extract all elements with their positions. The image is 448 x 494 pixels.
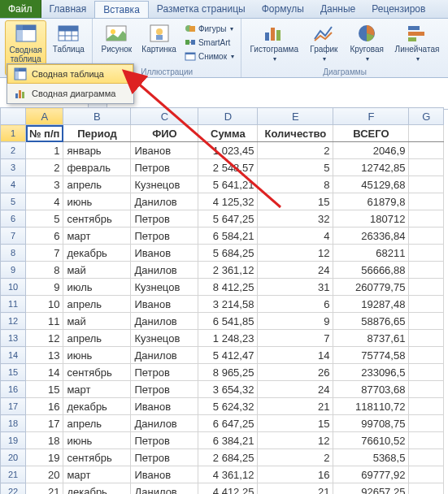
cell[interactable]: 12 — [26, 330, 63, 347]
row-header-19[interactable]: 19 — [1, 432, 26, 449]
cell[interactable]: 68211 — [333, 245, 409, 262]
row-header-15[interactable]: 15 — [1, 364, 26, 381]
row-header-21[interactable]: 21 — [1, 466, 26, 483]
cell[interactable]: 19287,48 — [333, 296, 409, 313]
formula-input[interactable]: № п/п — [107, 93, 448, 109]
menu-item-pivot-chart[interactable]: Сводная диаграмма — [7, 84, 133, 103]
cell[interactable] — [409, 296, 444, 313]
cell[interactable]: 4 361,12 — [198, 466, 258, 483]
cell[interactable]: 8 — [258, 176, 333, 193]
cell[interactable]: 14 — [26, 364, 63, 381]
cell[interactable]: 21 — [258, 398, 333, 415]
cell[interactable]: февраль — [63, 159, 131, 176]
cell[interactable] — [409, 364, 444, 381]
bar-chart-button[interactable]: Линейчатая▾ — [391, 20, 443, 67]
cell[interactable]: 5368,5 — [333, 449, 409, 466]
cell[interactable]: 15 — [26, 381, 63, 398]
cell[interactable] — [409, 449, 444, 466]
cell[interactable] — [409, 279, 444, 296]
cell[interactable]: Данилов — [131, 415, 198, 432]
cell[interactable]: 5 — [26, 210, 63, 228]
row-header-20[interactable]: 20 — [1, 449, 26, 466]
cell[interactable]: 2 — [258, 142, 333, 159]
cell[interactable] — [409, 330, 444, 347]
cell[interactable] — [409, 159, 444, 176]
cell[interactable]: 4 125,32 — [198, 193, 258, 210]
cell[interactable]: Кузнецов — [131, 176, 198, 193]
cell[interactable]: 5 684,25 — [198, 245, 258, 262]
cell[interactable]: 75774,58 — [333, 347, 409, 364]
cell[interactable] — [409, 381, 444, 398]
cell[interactable]: 180712 — [333, 210, 409, 228]
cell[interactable]: 4 — [258, 228, 333, 245]
cell[interactable]: 7 — [26, 245, 63, 262]
select-all-corner[interactable] — [1, 108, 26, 125]
cell[interactable]: 2 — [26, 159, 63, 176]
row-header-9[interactable]: 9 — [1, 262, 26, 279]
cell[interactable]: декабрь — [63, 483, 131, 495]
cell[interactable]: 6 — [26, 228, 63, 245]
cell[interactable]: апрель — [63, 176, 131, 193]
cell[interactable]: 24 — [258, 381, 333, 398]
cell[interactable]: 17 — [26, 415, 63, 432]
col-header-E[interactable]: E — [258, 108, 333, 125]
cell[interactable]: 5 647,25 — [198, 210, 258, 228]
row-header-1[interactable]: 1 — [1, 125, 26, 142]
cell[interactable]: Иванов — [131, 296, 198, 313]
file-menu[interactable]: Файл — [0, 0, 41, 18]
cell[interactable]: Кузнецов — [131, 330, 198, 347]
cell[interactable]: 11 — [26, 313, 63, 330]
cell[interactable]: 9 — [258, 313, 333, 330]
cell[interactable]: 14 — [258, 347, 333, 364]
cell[interactable]: сентябрь — [63, 210, 131, 228]
cell[interactable]: 1 248,23 — [198, 330, 258, 347]
cell[interactable]: 5 641,21 — [198, 176, 258, 193]
row-header-5[interactable]: 5 — [1, 193, 26, 210]
cell[interactable]: Иванов — [131, 466, 198, 483]
cell[interactable]: 9 — [26, 279, 63, 296]
col-header-C[interactable]: C — [131, 108, 198, 125]
cell[interactable]: Данилов — [131, 347, 198, 364]
cell[interactable]: Данилов — [131, 193, 198, 210]
clipart-button[interactable]: Картинка — [138, 20, 180, 67]
cell[interactable]: 31 — [258, 279, 333, 296]
cell[interactable]: Петров — [131, 381, 198, 398]
cell[interactable]: 6 384,21 — [198, 432, 258, 449]
menu-item-pivot-table[interactable]: Сводная таблица — [7, 64, 133, 84]
cell[interactable]: 10 — [26, 296, 63, 313]
cell[interactable]: май — [63, 313, 131, 330]
row-header-4[interactable]: 4 — [1, 176, 26, 193]
cell[interactable]: 118110,72 — [333, 398, 409, 415]
cell[interactable]: 56666,88 — [333, 262, 409, 279]
row-header-17[interactable]: 17 — [1, 398, 26, 415]
header-cell[interactable]: № п/п — [26, 125, 63, 142]
cell[interactable]: март — [63, 381, 131, 398]
col-header-B[interactable]: B — [63, 108, 131, 125]
cell[interactable]: 19 — [26, 449, 63, 466]
cell[interactable] — [409, 262, 444, 279]
cell[interactable]: 12 — [258, 432, 333, 449]
cell[interactable] — [409, 176, 444, 193]
cell[interactable]: 12 — [258, 245, 333, 262]
cell[interactable]: 26 — [258, 364, 333, 381]
cell[interactable] — [409, 347, 444, 364]
histogram-button[interactable]: Гистограмма▾ — [246, 20, 302, 67]
row-header-2[interactable]: 2 — [1, 142, 26, 159]
cell[interactable]: 32 — [258, 210, 333, 228]
cell[interactable]: 2 361,12 — [198, 262, 258, 279]
cell[interactable]: июнь — [63, 347, 131, 364]
col-header-G[interactable]: G — [409, 108, 444, 125]
cell[interactable]: 76610,52 — [333, 432, 409, 449]
row-header-14[interactable]: 14 — [1, 347, 26, 364]
row-header-10[interactable]: 10 — [1, 279, 26, 296]
row-header-18[interactable]: 18 — [1, 415, 26, 432]
cell[interactable] — [409, 245, 444, 262]
cell[interactable]: 2 548,57 — [198, 159, 258, 176]
row-header-11[interactable]: 11 — [1, 296, 26, 313]
cell[interactable]: январь — [63, 142, 131, 159]
col-header-A[interactable]: A — [26, 108, 63, 125]
cell[interactable]: 8 412,25 — [198, 279, 258, 296]
cell[interactable]: апрель — [63, 330, 131, 347]
cell[interactable]: 6 — [258, 296, 333, 313]
cell[interactable] — [409, 210, 444, 228]
